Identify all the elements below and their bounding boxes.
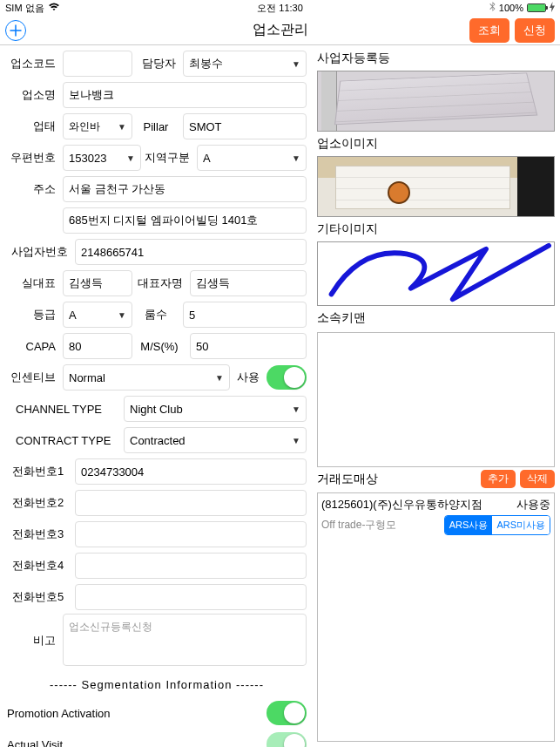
trade-delete-button[interactable]: 삭제 [520,470,555,488]
channel-select[interactable]: Night Club▼ [124,396,307,422]
form-panel: 업소코드 담당자 최봉수▼ 업소명 업태 와인바▼ Pillar 우편번호 15… [0,45,314,747]
trade-list[interactable]: (8125601)(주)신우유통하양지점 사용중 Off trade-구형모 A… [317,492,555,742]
shop-image[interactable] [317,156,555,217]
etcimg-title: 기타이미지 [317,220,555,239]
ars-off-button[interactable]: ARS미사용 [492,516,550,534]
chevron-down-icon: ▼ [118,122,126,132]
rooms-label: 룸수 [136,307,179,323]
bizno-label: 사업자번호 [7,244,71,260]
chevron-down-icon: ▼ [292,404,300,414]
bizno-input[interactable] [75,239,307,265]
owner-input[interactable] [63,270,132,296]
zip-select[interactable]: 153023▼ [63,145,141,171]
trade-item-status: 사용중 [516,497,550,513]
chevron-down-icon: ▼ [126,153,135,163]
charging-icon [550,2,555,14]
trade-title: 거래도매상 [317,472,378,487]
status-bar: SIM 없음 오전 11:30 100% [0,0,560,16]
tel1-input[interactable] [75,458,307,485]
contract-select[interactable]: Contracted▼ [124,427,307,453]
capa-input[interactable] [63,333,132,359]
addr2-input[interactable] [63,207,307,234]
pillar-label: Pillar [136,120,179,133]
region-label: 지역구분 [145,150,193,166]
media-panel: 사업자등록등 업소이미지 기타이미지 소속키맨 거래도매상 추가 삭제 [314,45,560,747]
clock: 오전 11:30 [257,2,303,15]
ms-label: M/S(%) [136,340,186,353]
visit-toggle[interactable] [267,732,307,747]
query-button[interactable]: 조회 [469,18,509,43]
region-select[interactable]: A▼ [197,145,307,171]
code-input[interactable] [63,51,132,77]
battery-pct: 100% [499,3,523,13]
memo-label: 비고 [7,614,59,649]
trade-add-button[interactable]: 추가 [481,470,516,488]
chevron-down-icon: ▼ [292,436,300,445]
promo-label: Promotion Activation [7,707,263,720]
page-title: 업소관리 [253,21,308,39]
biztype-label: 업태 [7,119,59,134]
signature-image[interactable] [317,241,555,306]
tel5-label: 전화번호5 [7,589,71,605]
tel4-input[interactable] [75,553,307,579]
grade-select[interactable]: A▼ [63,302,132,328]
trade-item-sub: Off trade-구형모 [321,518,396,533]
addr-label: 주소 [7,181,59,197]
signature-icon [318,242,554,305]
visit-label: Actual Visit [7,738,263,748]
wifi-icon [48,3,60,13]
chevron-down-icon: ▼ [292,59,300,69]
rooms-input[interactable] [183,302,307,328]
tel5-input[interactable] [75,584,307,610]
keyman-list[interactable] [317,332,555,467]
ars-on-button[interactable]: ARS사용 [445,516,493,534]
nav-bar: 업소관리 조회 신청 [0,16,560,45]
use-label: 사용 [233,370,263,385]
grade-label: 등급 [7,307,59,323]
repname-label: 대표자명 [136,275,186,291]
tel2-input[interactable] [75,490,307,516]
name-label: 업소명 [7,87,59,103]
owner-label: 실대표 [7,275,59,291]
chevron-down-icon: ▼ [292,153,300,163]
ms-input[interactable] [190,333,307,359]
capa-label: CAPA [7,340,59,353]
memo-textarea[interactable]: 업소신규등록신청 [63,614,307,666]
channel-label: CHANNEL TYPE [7,403,120,416]
bizreg-image[interactable] [317,71,555,132]
code-label: 업소코드 [7,56,59,71]
tel1-label: 전화번호1 [7,464,71,479]
tel2-label: 전화번호2 [7,495,71,511]
incentive-label: 인센티브 [7,370,59,385]
manager-label: 담당자 [136,56,179,71]
trade-item-name: (8125601)(주)신우유통하양지점 [321,497,482,513]
tel3-label: 전화번호3 [7,526,71,542]
addr1-input[interactable] [63,176,307,202]
sim-status: SIM 없음 [5,2,44,15]
contract-label: CONTRACT TYPE [7,434,120,447]
zip-label: 우편번호 [7,150,59,166]
add-button[interactable] [5,20,26,41]
keyman-title: 소속키맨 [317,309,555,328]
biztype-select[interactable]: 와인바▼ [63,113,132,139]
chevron-down-icon: ▼ [118,310,126,320]
incentive-select[interactable]: Normal▼ [63,364,230,390]
bizreg-title: 사업자등록등 [317,49,555,68]
repname-input[interactable] [190,270,307,296]
ars-segment[interactable]: ARS사용 ARS미사용 [444,515,550,535]
tel4-label: 전화번호4 [7,558,71,574]
promo-toggle[interactable] [267,701,307,725]
use-toggle[interactable] [267,365,307,390]
stamp-icon [388,181,410,204]
battery-icon [527,3,546,12]
chevron-down-icon: ▼ [215,373,224,383]
shopimg-title: 업소이미지 [317,134,555,153]
tel3-input[interactable] [75,521,307,547]
segmentation-header: ------ Segmentation Information ------ [7,678,307,691]
apply-button[interactable]: 신청 [515,18,555,43]
bluetooth-icon [489,2,496,14]
manager-select[interactable]: 최봉수▼ [183,51,307,77]
trade-list-item[interactable]: (8125601)(주)신우유통하양지점 사용중 Off trade-구형모 A… [321,497,550,535]
name-input[interactable] [63,82,307,108]
pillar-input[interactable] [183,113,307,139]
